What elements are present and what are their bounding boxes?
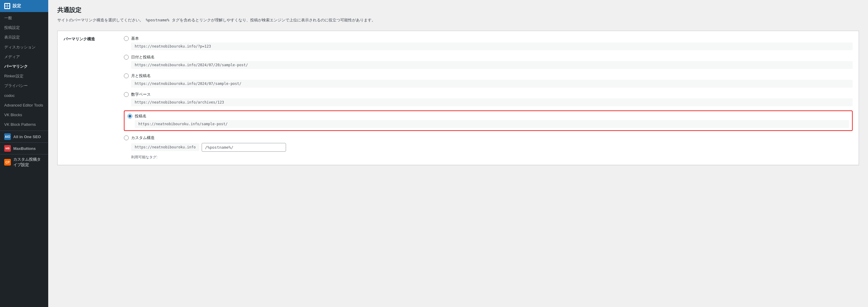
svg-rect-1 (7, 4, 9, 6)
option-postname-radio[interactable] (127, 114, 132, 118)
radio-group: 基本 https://neatnobibouroku.info/?p=123 日… (124, 36, 852, 160)
option-numeric-url: https://neatnobibouroku.info/archives/12… (131, 98, 852, 106)
maxbuttons-label: MaxButtons (13, 146, 36, 151)
option-postname: 投稿名 https://neatnobibouroku.info/sample-… (124, 110, 852, 131)
sidebar-item-reading[interactable]: 表示設定 (0, 33, 48, 42)
option-numeric-text: 数字ベース (131, 92, 151, 97)
custom-post-group-header[interactable]: CP カスタム投稿タイプ設定 (0, 155, 48, 170)
sidebar-item-vk-block-patterns[interactable]: VK Block Patterns (0, 120, 48, 129)
option-month-postname-url: https://neatnobibouroku.info/2024/07/sam… (131, 80, 852, 88)
option-date-postname: 日付と投稿名 https://neatnobibouroku.info/2024… (124, 55, 852, 69)
sidebar-item-advanced-editor[interactable]: Advanced Editor Tools (0, 101, 48, 110)
wp-icon (4, 3, 10, 9)
aio-seo-icon: AIO (4, 133, 11, 140)
custom-post-icon: CP (4, 159, 11, 166)
option-numeric-label[interactable]: 数字ベース (124, 92, 852, 97)
option-basic-radio[interactable] (124, 36, 129, 41)
plugin-group-aio-seo: AIO All in One SEO (0, 131, 48, 142)
main-content: 共通設定 サイトのパーマリンク構造を選択してください。 %postname% タ… (48, 0, 868, 307)
sidebar-item-permalink[interactable]: パーマリンク (0, 62, 48, 71)
sidebar-item-vk-blocks[interactable]: VK Blocks (0, 110, 48, 120)
aio-seo-group-header[interactable]: AIO All in One SEO (0, 131, 48, 142)
option-custom-text: カスタム構造 (131, 135, 155, 141)
option-date-postname-label[interactable]: 日付と投稿名 (124, 55, 852, 60)
option-numeric-radio[interactable] (124, 92, 129, 97)
permalink-label: パーマリンク構造 (64, 36, 124, 42)
option-month-postname-text: 月と投稿名 (131, 73, 151, 78)
aio-seo-label: All in One SEO (13, 135, 41, 139)
svg-rect-0 (5, 4, 7, 6)
option-date-postname-radio[interactable] (124, 55, 129, 60)
plugin-group-maxbuttons: MB MaxButtons (0, 142, 48, 154)
option-postname-label[interactable]: 投稿名 (127, 113, 849, 119)
option-custom-label[interactable]: カスタム構造 (124, 135, 852, 141)
sidebar-item-codoc[interactable]: codoc (0, 91, 48, 101)
option-numeric: 数字ベース https://neatnobibouroku.info/archi… (124, 92, 852, 106)
description-code: %postname% (145, 18, 170, 23)
settings-form: パーマリンク構造 基本 https://neatnobibouroku.info… (57, 31, 859, 165)
option-postname-text: 投稿名 (135, 113, 147, 119)
permalink-options: 基本 https://neatnobibouroku.info/?p=123 日… (124, 36, 852, 160)
sidebar-title: 設定 (13, 3, 21, 9)
sidebar-nav: 一般 投稿設定 表示設定 ディスカッション メディア パーマリンク Rinker… (0, 12, 48, 131)
option-basic-label[interactable]: 基本 (124, 36, 852, 41)
option-basic-text: 基本 (131, 36, 139, 41)
sidebar-item-media[interactable]: メディア (0, 52, 48, 62)
sidebar-item-writing[interactable]: 投稿設定 (0, 23, 48, 33)
available-tags: 利用可能なタグ: (131, 155, 852, 160)
section-description: サイトのパーマリンク構造を選択してください。 %postname% タグを含める… (57, 17, 859, 24)
custom-structure-inputs: https://neatnobibouroku.info (131, 143, 852, 152)
permalink-structure-row: パーマリンク構造 基本 https://neatnobibouroku.info… (58, 31, 859, 165)
svg-rect-2 (5, 6, 7, 8)
option-custom-radio[interactable] (124, 135, 129, 140)
sidebar-item-rinker[interactable]: Rinker設定 (0, 71, 48, 81)
option-postname-url: https://neatnobibouroku.info/sample-post… (135, 120, 849, 128)
option-basic: 基本 https://neatnobibouroku.info/?p=123 (124, 36, 852, 50)
option-month-postname-radio[interactable] (124, 73, 129, 78)
custom-post-label: カスタム投稿タイプ設定 (13, 157, 44, 168)
sidebar-item-general[interactable]: 一般 (0, 13, 48, 23)
svg-rect-3 (7, 6, 9, 8)
option-month-postname: 月と投稿名 https://neatnobibouroku.info/2024/… (124, 73, 852, 88)
option-month-postname-label[interactable]: 月と投稿名 (124, 73, 852, 78)
sidebar-item-discussion[interactable]: ディスカッション (0, 42, 48, 52)
sidebar-item-privacy[interactable]: プライバシー (0, 81, 48, 91)
plugin-group-custom-post: CP カスタム投稿タイプ設定 (0, 154, 48, 170)
page-title: 共通設定 (57, 6, 859, 14)
custom-url-input[interactable] (202, 143, 286, 152)
custom-url-base: https://neatnobibouroku.info (131, 143, 199, 151)
option-date-postname-text: 日付と投稿名 (131, 55, 155, 60)
maxbuttons-group-header[interactable]: MB MaxButtons (0, 143, 48, 154)
option-basic-url: https://neatnobibouroku.info/?p=123 (131, 42, 852, 50)
sidebar: 設定 一般 投稿設定 表示設定 ディスカッション メディア パーマリンク Rin… (0, 0, 48, 307)
maxbuttons-icon: MB (4, 145, 11, 152)
description-text-1: サイトのパーマリンク構造を選択してください。 (57, 18, 144, 22)
description-text-2: タグを含めるとリンクが理解しやすくなり、投稿が検索エンジンで上位に表示されるのに… (172, 18, 375, 22)
option-custom: カスタム構造 https://neatnobibouroku.info 利用可能… (124, 135, 852, 160)
sidebar-header[interactable]: 設定 (0, 0, 48, 12)
option-date-postname-url: https://neatnobibouroku.info/2024/07/20/… (131, 61, 852, 69)
